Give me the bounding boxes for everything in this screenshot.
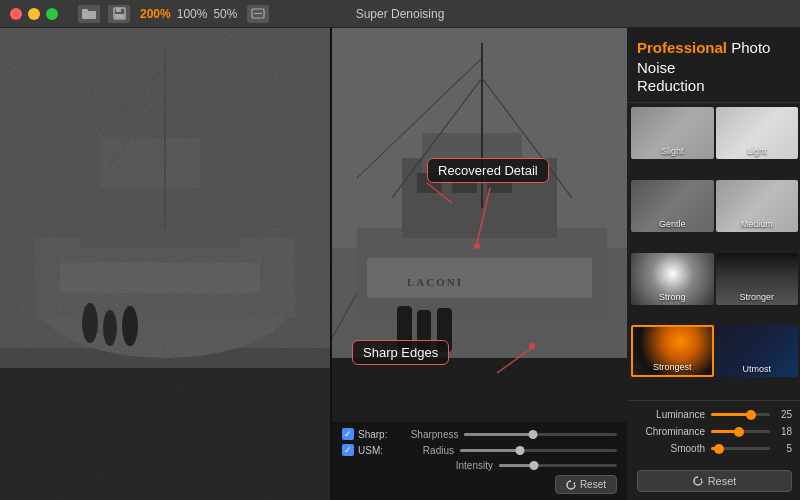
side-panel: Professional Photo Noise Reduction Sligh…: [627, 28, 800, 500]
promo-header: Professional Photo Noise Reduction: [627, 28, 800, 103]
left-image-panel: [0, 28, 330, 500]
preset-item-light[interactable]: Light: [716, 107, 799, 178]
maximize-button[interactable]: [46, 8, 58, 20]
fit-icon[interactable]: [247, 5, 269, 23]
preset-label-light: Light: [716, 146, 799, 156]
reset-icon: [566, 480, 576, 490]
preset-label-stronger: Stronger: [716, 292, 799, 302]
slider-label-luminance: Luminance: [637, 409, 705, 420]
zoom-100[interactable]: 100%: [177, 7, 208, 21]
preset-thumb-light: Light: [716, 107, 799, 159]
preset-label-gentle: Gentle: [631, 219, 714, 229]
side-reset-button[interactable]: Reset: [637, 470, 792, 492]
preset-item-gentle[interactable]: Gentle: [631, 180, 714, 251]
preset-item-stronger[interactable]: Stronger: [716, 253, 799, 324]
preset-thumb-slight: Slight: [631, 107, 714, 159]
sharp-edges-annotation: Sharp Edges: [352, 340, 449, 365]
slider-row-chrominance: Chrominance18: [637, 426, 792, 437]
bottom-controls: ✓ Sharp: Sharpness ✓ USM: Radius: [332, 422, 627, 500]
zoom-200[interactable]: 200%: [140, 7, 171, 21]
sharp-checkbox-label[interactable]: ✓ Sharp:: [342, 428, 387, 440]
folder-icon[interactable]: [78, 5, 100, 23]
intensity-row: Intensity: [342, 460, 617, 471]
preset-thumb-stronger: Stronger: [716, 253, 799, 305]
intensity-slider[interactable]: [499, 464, 617, 467]
usm-radius-row: ✓ USM: Radius: [342, 444, 617, 456]
minimize-button[interactable]: [28, 8, 40, 20]
svg-marker-50: [700, 478, 702, 481]
slider-fill-luminance: [711, 413, 751, 416]
promo-title: Professional Photo Noise: [637, 38, 792, 77]
preset-thumb-strongest: Strongest: [631, 325, 714, 377]
slider-value-chrominance: 18: [776, 426, 792, 437]
preset-item-medium[interactable]: Medium: [716, 180, 799, 251]
slider-label-smooth: Smooth: [637, 443, 705, 454]
preset-label-strong: Strong: [631, 292, 714, 302]
preset-thumb-utmost: Utmost: [716, 325, 799, 377]
slider-thumb-luminance[interactable]: [746, 410, 756, 420]
slider-value-smooth: 5: [776, 443, 792, 454]
preset-label-strongest: Strongest: [633, 362, 712, 372]
slider-label-chrominance: Chrominance: [637, 426, 705, 437]
preset-item-utmost[interactable]: Utmost: [716, 325, 799, 396]
svg-rect-0: [82, 11, 96, 19]
radius-slider[interactable]: [460, 449, 617, 452]
side-reset-icon: [693, 476, 703, 486]
slider-thumb-chrominance[interactable]: [734, 427, 744, 437]
slider-track-smooth[interactable]: [711, 447, 770, 450]
main-content: LACONI Recovered Detail: [0, 28, 800, 500]
preset-label-utmost: Utmost: [716, 364, 799, 374]
svg-rect-3: [116, 8, 121, 12]
usm-checkbox-label[interactable]: ✓ USM:: [342, 444, 383, 456]
titlebar: 200% 100% 50% Super Denoising: [0, 0, 800, 28]
sharp-control-row: ✓ Sharp: Sharpness: [342, 428, 617, 440]
preset-item-strong[interactable]: Strong: [631, 253, 714, 324]
svg-rect-4: [115, 14, 124, 18]
preset-item-slight[interactable]: Slight: [631, 107, 714, 178]
svg-text:LACONI: LACONI: [407, 276, 463, 288]
usm-checkbox[interactable]: ✓: [342, 444, 354, 456]
preset-label-medium: Medium: [716, 219, 799, 229]
svg-marker-49: [573, 482, 575, 485]
close-button[interactable]: [10, 8, 22, 20]
presets-grid: SlightLightGentleMediumStrongStrongerStr…: [627, 103, 800, 400]
sharp-checkbox[interactable]: ✓: [342, 428, 354, 440]
bottom-reset-row: Reset: [342, 475, 617, 494]
bottom-reset-button[interactable]: Reset: [555, 475, 617, 494]
preset-thumb-gentle: Gentle: [631, 180, 714, 232]
titlebar-title: Super Denoising: [356, 7, 445, 21]
zoom-50[interactable]: 50%: [213, 7, 237, 21]
preset-thumb-strong: Strong: [631, 253, 714, 305]
noisy-image: [0, 28, 330, 500]
right-image-panel: LACONI Recovered Detail: [332, 28, 627, 500]
save-icon[interactable]: [108, 5, 130, 23]
traffic-lights: [0, 8, 58, 20]
recovered-detail-annotation: Recovered Detail: [427, 158, 549, 183]
slider-track-luminance[interactable]: [711, 413, 770, 416]
slider-thumb-smooth[interactable]: [714, 444, 724, 454]
preset-thumb-medium: Medium: [716, 180, 799, 232]
zoom-controls: 200% 100% 50%: [140, 5, 269, 23]
svg-rect-28: [367, 258, 592, 298]
preset-label-slight: Slight: [631, 146, 714, 156]
sharpness-slider[interactable]: [464, 433, 617, 436]
slider-row-smooth: Smooth5: [637, 443, 792, 454]
preset-item-strongest[interactable]: Strongest: [631, 325, 714, 396]
slider-value-luminance: 25: [776, 409, 792, 420]
svg-rect-1: [82, 9, 88, 12]
svg-rect-24: [0, 28, 330, 500]
sliders-section: Luminance25Chrominance18Smooth5: [627, 400, 800, 466]
toolbar-icons: [58, 5, 130, 23]
slider-row-luminance: Luminance25: [637, 409, 792, 420]
slider-track-chrominance[interactable]: [711, 430, 770, 433]
